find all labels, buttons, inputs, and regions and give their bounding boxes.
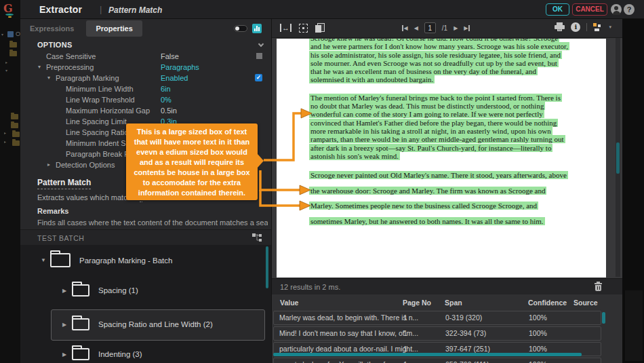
document-viewer: Scrooge knew he was dead? Of course he d… <box>272 38 622 278</box>
result-row[interactable]: Mind! I don't mean to say that I know, o… <box>273 326 601 341</box>
user-avatar-icon[interactable] <box>611 4 622 15</box>
option-label: Detection Options <box>56 161 115 169</box>
option-value[interactable]: False <box>161 51 179 62</box>
cell-span: 397-647 (251) <box>445 345 490 353</box>
column-header-span[interactable]: Span <box>445 299 462 307</box>
checkbox-checked[interactable]: ✓ <box>255 74 262 81</box>
cancel-button[interactable]: CANCEL <box>572 3 607 16</box>
previous-page-button[interactable]: ◀ <box>414 25 418 31</box>
tree-view-icon[interactable] <box>252 233 263 242</box>
rail-folder-icon <box>11 114 18 119</box>
expander-down-icon[interactable]: ▾ <box>38 62 41 73</box>
doc-line: The mention of Marley's funeral brings m… <box>309 94 586 102</box>
caret-down-icon[interactable]: ▾ <box>609 24 611 30</box>
cell-value: Mind! I don't mean to say that I know, o… <box>279 329 418 337</box>
cell-span: 650-760 (111) <box>445 360 489 363</box>
results-count: 12 results in 2 ms. <box>280 283 340 291</box>
expander-down-icon[interactable]: ▾ <box>47 73 50 83</box>
doc-line: convinced that Hamlet's Father died befo… <box>309 119 586 127</box>
chevron-down-icon[interactable] <box>258 41 264 47</box>
help-button[interactable]: ? <box>624 4 635 15</box>
option-label: Line Wrap Threshold <box>66 96 135 104</box>
cell-page: 1 <box>403 329 407 337</box>
option-value[interactable]: Paragraphs <box>161 62 199 73</box>
cell-span: 322-394 (73) <box>445 329 486 337</box>
option-value[interactable]: 0.5in <box>161 105 177 116</box>
tree-item-label: Indenting (3) <box>98 350 142 358</box>
tree-scrollbar-thumb[interactable] <box>266 246 268 288</box>
document-scrollbar[interactable] <box>616 38 620 277</box>
option-value[interactable]: Enabled <box>161 73 188 83</box>
tab-expressions[interactable]: Expressions <box>20 20 83 37</box>
results-statusbar: 12 results in 2 ms. <box>272 278 622 294</box>
option-row-preprocessing: ▾ Preprocessing Paragraphs <box>20 62 271 73</box>
print-button[interactable] <box>555 22 565 32</box>
rail-expander-icon: ▸ <box>5 60 7 64</box>
pages-view-icon[interactable] <box>315 23 325 33</box>
option-label: Preprocessing <box>46 63 94 71</box>
rail-expander-icon: ▸ <box>4 139 6 144</box>
option-label: Minimum Line Width <box>66 85 134 93</box>
tree-expander-right-icon[interactable]: ▶ <box>62 288 72 294</box>
doc-line: solemnised it with an undoubted bargain. <box>309 75 586 83</box>
option-label: Maximum Horizontal Gap <box>66 107 150 115</box>
expander-right-icon[interactable]: ▸ <box>47 159 50 170</box>
toolbar-separator <box>586 23 587 31</box>
next-page-button[interactable]: ▶ <box>454 25 458 31</box>
preview-toggle[interactable] <box>234 25 247 32</box>
last-page-button[interactable]: ▶ <box>464 25 470 31</box>
page-navigation: ◀ ◀ 1 /1 ▶ ▶ <box>402 22 470 33</box>
tree-expander-right-icon[interactable]: ▶ <box>62 322 72 328</box>
option-row-paragraph-marking: ▾ Paragraph Marking Enabled ✓ <box>20 73 271 83</box>
cell-span: 0-319 (320) <box>445 313 482 322</box>
cell-value: particularly dead about a door-nail. I m… <box>279 345 418 353</box>
table-scrollbar-thumb[interactable] <box>602 312 605 324</box>
document-scrollbar-thumb[interactable] <box>616 142 620 174</box>
results-table-header: Value Page No Span Confidence Source <box>272 294 622 311</box>
option-label: Case Sensitive <box>46 52 96 60</box>
view-options-button[interactable] <box>593 23 603 32</box>
option-value[interactable]: 0% <box>161 94 172 105</box>
option-row-case-sensitive: Case Sensitive False <box>20 51 271 62</box>
column-header-source[interactable]: Source <box>573 299 598 307</box>
tree-item-paragraph-marking-batch[interactable]: ▼ Paragraph Marking - Batch <box>41 253 172 267</box>
tree-item-spacing[interactable]: ▶ Spacing (1) <box>62 284 138 297</box>
doc-line: and he were partners for I don't know ho… <box>309 42 586 50</box>
tab-properties[interactable]: Properties <box>86 20 142 37</box>
column-header-confidence[interactable]: Confidence <box>528 299 567 307</box>
info-button[interactable]: i <box>571 22 580 32</box>
tree-item-label: Spacing Ratio and Line Width (2) <box>98 320 213 328</box>
result-row[interactable]: country's done for. You will, therefore,… <box>273 358 601 363</box>
document-page[interactable]: Scrooge knew he was dead? Of course he d… <box>277 39 606 278</box>
test-batch-header: TEST BATCH <box>20 229 271 245</box>
column-header-value[interactable]: Value <box>280 299 298 307</box>
option-label: Minimum Indent Size <box>66 139 136 147</box>
column-header-page-no[interactable]: Page No <box>403 299 431 307</box>
ok-button[interactable]: OK <box>546 3 569 16</box>
result-row[interactable]: Marley was dead, to begin with. There is… <box>273 311 601 325</box>
pattern-match-heading: Pattern Match <box>37 178 91 189</box>
tree-item-spacing-ratio-line-width[interactable]: ▶ Spacing Ratio and Line Width (2) <box>62 318 213 330</box>
option-row-line-wrap-threshold: Line Wrap Threshold 0% <box>20 94 271 105</box>
options-header[interactable]: OPTIONS <box>20 39 271 51</box>
clear-results-icon[interactable] <box>595 282 602 291</box>
tree-expander-right-icon[interactable]: ▶ <box>62 351 72 358</box>
marquee-zoom-icon[interactable] <box>299 24 308 33</box>
doc-line: Marley. Sometimes people new to the busi… <box>309 202 586 210</box>
doc-line: that he was an excellent man of business… <box>309 67 586 75</box>
app-logo[interactable]: G <box>3 2 18 20</box>
mode-title: Pattern Match <box>108 5 162 15</box>
option-value[interactable]: 6in <box>161 83 171 94</box>
fit-width-icon[interactable]: ↔ <box>280 23 291 33</box>
chart-view-button[interactable] <box>252 24 262 33</box>
checkbox-unchecked[interactable] <box>256 53 262 59</box>
tree-item-indenting[interactable]: ▶ Indenting (3) <box>62 348 142 360</box>
page-number-input[interactable]: 1 <box>424 22 436 33</box>
doc-paragraph-1: and he were partners for I don't know ho… <box>309 42 586 83</box>
table-horizontal-scrollbar-thumb[interactable] <box>273 353 582 356</box>
rail-folder-icon <box>9 42 17 47</box>
first-page-button[interactable]: ◀ <box>402 25 408 31</box>
right-edge-strip <box>622 19 644 363</box>
option-label: Paragraph Marking <box>56 74 119 82</box>
tree-expander-down-icon[interactable]: ▼ <box>41 257 50 263</box>
